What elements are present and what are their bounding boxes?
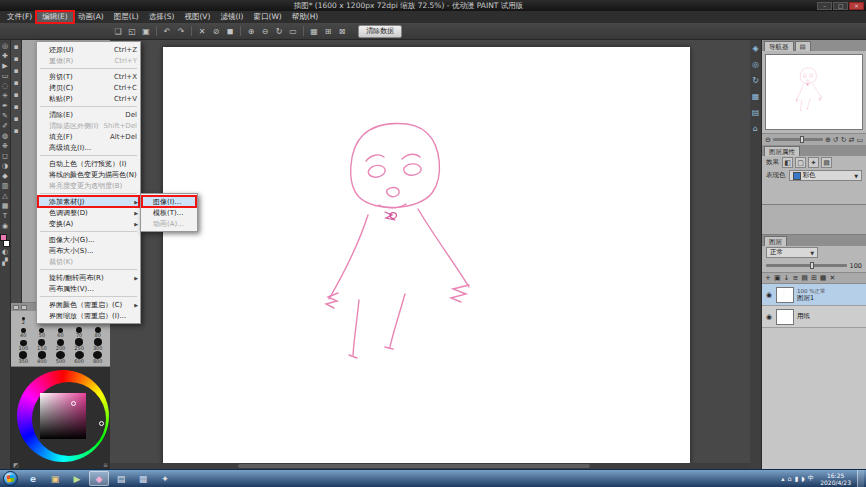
scrollbar-thumb[interactable]: [238, 464, 590, 468]
snap-icon[interactable]: ⊠: [336, 25, 348, 37]
taskbar-app-internet-explorer[interactable]: e: [23, 471, 43, 486]
menu-item[interactable]: 重做(R)Ctrl+Y: [37, 55, 140, 66]
tone-effect-icon[interactable]: ✦: [808, 157, 819, 168]
fill-icon[interactable]: ◼: [224, 25, 236, 37]
menubar-item[interactable]: 窗口(W): [248, 11, 286, 23]
menu-item[interactable]: 界面缩放（需重启）(I)...: [37, 310, 140, 321]
sub-tool-slot-2[interactable]: ▪: [12, 55, 21, 64]
sub-tool-slot-7[interactable]: ▪: [12, 115, 21, 124]
magic-wand-tool[interactable]: ✳: [1, 92, 10, 101]
zoom-out-button[interactable]: ⊖: [765, 136, 771, 144]
sub-tool-slot-3[interactable]: ▪: [12, 67, 21, 76]
airbrush-tool[interactable]: ◍: [1, 132, 10, 141]
paper-texture-icon[interactable]: ▢: [795, 157, 806, 168]
menu-item[interactable]: 图像(I)...: [141, 196, 197, 207]
brush-size-swatch[interactable]: 60: [51, 325, 70, 338]
layer-color-icon[interactable]: ▤: [821, 157, 832, 168]
sub-tool-slot-1[interactable]: ▪: [12, 43, 21, 52]
menu-item[interactable]: 还原(U)Ctrl+Z: [37, 44, 140, 55]
switch-colors-icon[interactable]: ◐: [1, 248, 10, 257]
gradient-tool[interactable]: ▥: [1, 182, 10, 191]
canvas[interactable]: [163, 47, 690, 464]
volume-icon[interactable]: ◗: [801, 475, 804, 483]
menu-item[interactable]: 色调调整(D)▶: [37, 207, 140, 218]
zoom-tool[interactable]: ◎: [1, 42, 10, 51]
close-button[interactable]: ✕: [849, 2, 864, 10]
brush-size-swatch[interactable]: 200: [51, 338, 70, 351]
tab-navigator[interactable]: 导航器: [764, 41, 794, 51]
transfer-down-icon[interactable]: ↓: [784, 274, 790, 282]
background-color-chip[interactable]: [3, 240, 10, 247]
menu-item[interactable]: 画布属性(V)...: [37, 283, 140, 294]
menu-item[interactable]: 裁切(K): [37, 256, 140, 267]
brush-size-swatch[interactable]: 70: [70, 325, 89, 338]
sub-tool-slot-6[interactable]: ▪: [12, 103, 21, 112]
menubar-item[interactable]: 图层(L): [109, 11, 144, 23]
action-center-icon[interactable]: ⌂: [788, 475, 792, 483]
frame-tool[interactable]: ▦: [1, 202, 10, 211]
menu-item[interactable]: 模板(T)...: [141, 207, 197, 218]
lock-icon[interactable]: ▦: [820, 274, 827, 282]
brush-size-swatch[interactable]: 250: [70, 338, 89, 351]
menu-item[interactable]: 清除选区外侧(I)Shift+Del: [37, 120, 140, 131]
menubar-item[interactable]: 视图(V): [179, 11, 215, 23]
rotate-right-button[interactable]: ↻: [841, 136, 847, 144]
menu-item[interactable]: 画布大小(S)...: [37, 245, 140, 256]
decoration-tool[interactable]: ❉: [1, 142, 10, 151]
navigator-thumbnail[interactable]: [765, 54, 863, 130]
layer-visibility-icon[interactable]: ◉: [765, 313, 773, 321]
operation-tool[interactable]: ▶: [1, 62, 10, 71]
quick-access-icon[interactable]: ◈: [751, 44, 761, 54]
menubar-item[interactable]: 选择(S): [144, 11, 180, 23]
menu-item[interactable]: 动画(A)...: [141, 218, 197, 229]
brush-size-swatch[interactable]: 300: [88, 338, 107, 351]
grid-icon[interactable]: ▦: [308, 25, 320, 37]
opacity-slider[interactable]: [766, 264, 847, 267]
battery-icon[interactable]: ▮: [795, 475, 799, 483]
maximize-button[interactable]: □: [833, 2, 848, 10]
brush-size-swatch[interactable]: 400: [33, 351, 52, 364]
eraser-tool[interactable]: ◻: [1, 152, 10, 161]
expression-color-dropdown[interactable]: 彩色 ▼: [789, 170, 863, 181]
save-file-icon[interactable]: ▣: [140, 25, 152, 37]
layer-visibility-icon[interactable]: ◉: [765, 291, 773, 299]
redo-icon[interactable]: ↷: [175, 25, 187, 37]
fit-to-screen-icon[interactable]: ▭: [287, 25, 299, 37]
layer-row[interactable]: ◉用纸: [762, 306, 866, 328]
menubar-item[interactable]: 文件(F): [2, 11, 37, 23]
fit-button[interactable]: ▭: [856, 136, 863, 144]
zoom-out-icon[interactable]: ⊖: [259, 25, 271, 37]
delete-layer-icon[interactable]: ✕: [829, 274, 835, 282]
show-desktop-button[interactable]: [857, 470, 864, 487]
delete-icon[interactable]: ✕: [196, 25, 208, 37]
sub-tool-slot-5[interactable]: ▪: [12, 91, 21, 100]
border-effect-icon[interactable]: ◧: [782, 157, 793, 168]
taskbar-app-notepad[interactable]: ▤: [111, 471, 131, 486]
zoom-slider[interactable]: [773, 138, 823, 141]
new-folder-icon[interactable]: ▣: [774, 274, 781, 282]
panel-icon[interactable]: ▤: [751, 108, 761, 118]
selection-tool[interactable]: ▭: [1, 72, 10, 81]
menu-item[interactable]: 高级填充(I)...: [37, 142, 140, 153]
taskbar-app-file-explorer[interactable]: ▣: [45, 471, 65, 486]
delete-outside-icon[interactable]: ⊘: [210, 25, 222, 37]
lasso-tool[interactable]: ◌: [1, 82, 10, 91]
input-language[interactable]: 中: [808, 474, 815, 483]
move-tool[interactable]: ✚: [1, 52, 10, 61]
taskbar-app-paint-app[interactable]: ◆: [89, 471, 109, 486]
hue-marker[interactable]: [99, 421, 104, 426]
sv-marker[interactable]: [71, 401, 76, 406]
pencil-tool[interactable]: ✎: [1, 112, 10, 121]
zoom-in-button[interactable]: ⊕: [825, 136, 831, 144]
ruler-icon[interactable]: ⊞: [322, 25, 334, 37]
brush-size-swatch[interactable]: 800: [88, 351, 107, 364]
menu-item[interactable]: 添加素材(J)▶: [37, 196, 140, 207]
menubar-item[interactable]: 动画(A): [73, 11, 109, 23]
undo-icon[interactable]: ↶: [161, 25, 173, 37]
menu-item[interactable]: 将亮度变更为透明度(B): [37, 180, 140, 191]
menu-item[interactable]: 清除(E)Del: [37, 109, 140, 120]
taskbar-clock[interactable]: 16:25 2020/4/23: [817, 472, 854, 486]
blend-mode-dropdown[interactable]: 正常 ▼: [766, 247, 818, 258]
brush-size-swatch[interactable]: 40: [14, 325, 33, 338]
mask-icon[interactable]: ▤: [801, 274, 808, 282]
